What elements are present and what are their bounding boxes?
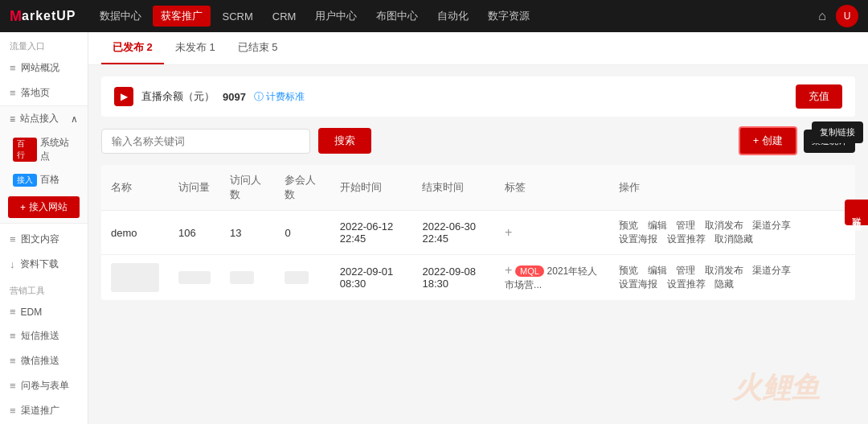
action-set-poster-2[interactable]: 设置海报: [619, 278, 657, 290]
action-unpublish-1[interactable]: 取消发布: [705, 220, 743, 231]
cell-attendees-2: [275, 255, 330, 301]
sidebar-item-website-overview[interactable]: ≡ 网站概况: [0, 56, 88, 80]
cell-tags-2: + MQL 2021年轻人市场营...: [495, 255, 609, 301]
nav-digital-resources[interactable]: 数字资源: [480, 6, 538, 27]
sidebar-section-traffic: 流量入口: [0, 32, 88, 56]
sidebar-item-channel-promotion[interactable]: ≡ 渠道推广: [0, 398, 88, 423]
cell-actions-2: 预览 编辑 管理 取消发布 渠道分享 设置海报 设置推荐 隐藏: [609, 255, 855, 301]
nav-scrm[interactable]: SCRM: [214, 7, 260, 26]
tab-unpublished[interactable]: 未发布 1: [164, 32, 227, 64]
main-content: 已发布 2 未发布 1 已结束 5 ▶ 直播余额（元） 9097 ⓘ 计费标准 …: [88, 32, 868, 424]
cell-name-1: demo: [101, 211, 169, 255]
label-survey: 问卷与表单: [21, 379, 69, 393]
nav-user-center[interactable]: 用户中心: [307, 6, 365, 27]
nav-data-center[interactable]: 数据中心: [92, 6, 149, 27]
cell-visitors-1: 13: [220, 211, 275, 255]
billing-link[interactable]: ⓘ 计费标准: [254, 90, 305, 104]
add-site-label: 接入网站: [29, 200, 68, 214]
recharge-button[interactable]: 充值: [796, 84, 842, 109]
action-preview-2[interactable]: 预览: [619, 265, 638, 276]
col-header-tags: 标签: [495, 165, 609, 211]
tag-red-label: 百行: [13, 138, 37, 162]
action-edit-2[interactable]: 编辑: [648, 265, 667, 276]
toolbar-row: 搜索 + 创建 渠道统计 复制链接: [101, 126, 855, 155]
cell-views-1: 106: [169, 211, 220, 255]
sidebar-item-system-site[interactable]: 百行 系统站点: [3, 131, 88, 168]
top-nav-items: 数据中心 获客推广 SCRM CRM 用户中心 布图中心 自动化 数字资源: [92, 6, 818, 27]
action-channel-share-2[interactable]: 渠道分享: [752, 265, 791, 276]
sidebar-item-sms[interactable]: ≡ 短信推送: [0, 323, 88, 348]
channel-icon: ≡: [10, 405, 16, 417]
submenu-header-site[interactable]: ≡ 站点接入 ∧: [0, 106, 88, 131]
data-table: 名称 访问量 访问人数 参会人数 开始时间 结束时间 标签 操作 demo 10…: [101, 165, 855, 300]
website-overview-icon: ≡: [10, 62, 16, 74]
action-manage-1[interactable]: 管理: [676, 220, 695, 231]
table-row: 2022-09-01 08:30 2022-09-08 18:30 + MQL …: [101, 255, 855, 301]
tag-blue-label: 接入: [13, 174, 37, 187]
cell-start-time-1: 2022-06-12 22:45: [330, 211, 413, 255]
nav-automation[interactable]: 自动化: [429, 6, 477, 27]
sidebar-item-baige[interactable]: 接入 百格: [3, 168, 88, 191]
content-area: ▶ 直播余额（元） 9097 ⓘ 计费标准 充值 搜索 + 创建 渠道统计: [88, 65, 868, 311]
logo[interactable]: M arketUP: [10, 8, 76, 25]
sidebar-item-landing-page[interactable]: ≡ 落地页: [0, 80, 88, 105]
col-header-start-time: 开始时间: [330, 165, 413, 211]
survey-icon: ≡: [10, 380, 16, 392]
action-manage-2[interactable]: 管理: [676, 265, 695, 276]
submenu-title-site: 站点接入: [20, 112, 59, 126]
action-set-poster-1[interactable]: 设置海报: [619, 233, 657, 245]
action-cancel-hide-1[interactable]: 取消隐藏: [714, 233, 753, 245]
action-channel-share-1[interactable]: 渠道分享: [752, 220, 791, 231]
cell-tags-1: +: [495, 211, 609, 255]
col-header-visitors: 访问人数: [220, 165, 275, 211]
balance-label: 直播余额（元）: [141, 89, 215, 104]
action-unpublish-2[interactable]: 取消发布: [705, 265, 743, 276]
user-avatar[interactable]: U: [836, 5, 858, 27]
action-edit-1[interactable]: 编辑: [648, 220, 667, 231]
submenu-children-site: 百行 系统站点 接入 百格: [0, 131, 88, 191]
balance-icon: ▶: [114, 87, 133, 106]
balance-amount: 9097: [223, 91, 246, 103]
sidebar-item-wechat-push[interactable]: ≡ 微信推送: [0, 348, 88, 373]
home-icon[interactable]: ⌂: [818, 9, 826, 23]
add-site-button[interactable]: + 接入网站: [8, 196, 80, 218]
billing-label: 计费标准: [266, 91, 305, 102]
create-button[interactable]: + 创建: [739, 126, 797, 155]
cell-views-2: [169, 255, 220, 301]
label-sms: 短信推送: [21, 329, 59, 343]
tooltip-copy-link: 复制链接: [812, 121, 863, 143]
cell-actions-1: 预览 编辑 管理 取消发布 渠道分享 设置海报 设置推荐 取消隐藏: [609, 211, 855, 255]
sub-tabs: 已发布 2 未发布 1 已结束 5: [88, 32, 868, 65]
col-header-views: 访问量: [169, 165, 220, 211]
action-hide-2[interactable]: 隐藏: [714, 278, 734, 290]
col-header-actions: 操作: [609, 165, 855, 211]
graphic-content-icon: ≡: [10, 233, 16, 245]
search-input[interactable]: [101, 129, 310, 154]
tab-ended[interactable]: 已结束 5: [227, 32, 289, 64]
col-header-attendees: 参会人数: [275, 165, 330, 211]
action-set-recommend-1[interactable]: 设置推荐: [667, 233, 706, 245]
nav-layout-center[interactable]: 布图中心: [368, 6, 426, 27]
add-icon: +: [20, 202, 26, 213]
cell-attendees-1: 0: [275, 211, 330, 255]
sidebar-label-landing-page: 落地页: [21, 86, 50, 100]
cell-visitors-2: [220, 255, 275, 301]
nav-crm[interactable]: CRM: [264, 7, 305, 26]
float-contact-button[interactable]: 联系客服: [845, 200, 868, 225]
action-set-recommend-2[interactable]: 设置推荐: [667, 278, 706, 290]
info-icon: ⓘ: [254, 91, 264, 102]
action-preview-1[interactable]: 预览: [619, 220, 638, 231]
landing-page-icon: ≡: [10, 87, 16, 99]
nav-acquisition[interactable]: 获客推广: [153, 6, 211, 27]
cell-end-time-2: 2022-09-08 18:30: [412, 255, 495, 301]
add-tag-button-1[interactable]: +: [505, 225, 512, 239]
tab-published[interactable]: 已发布 2: [101, 32, 164, 64]
add-tag-button-2[interactable]: +: [505, 263, 512, 277]
sidebar-item-edm[interactable]: ≡ EDM: [0, 300, 88, 323]
top-navigation: M arketUP 数据中心 获客推广 SCRM CRM 用户中心 布图中心 自…: [0, 0, 868, 32]
search-button[interactable]: 搜索: [318, 128, 371, 154]
sidebar-item-graphic-content[interactable]: ≡ 图文内容: [0, 227, 88, 252]
sidebar-item-survey-form[interactable]: ≡ 问卷与表单: [0, 373, 88, 398]
sidebar-item-data-download[interactable]: ↓ 资料下载: [0, 252, 88, 277]
cell-start-time-2: 2022-09-01 08:30: [330, 255, 413, 301]
